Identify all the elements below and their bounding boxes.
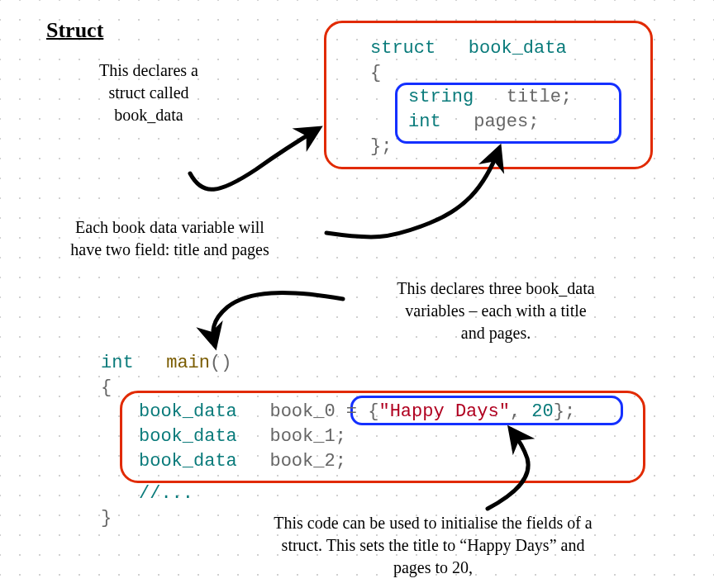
book1-line: book_data book_1; [101,424,575,449]
anno3-l3: and pages. [347,322,645,344]
annotation-initialise: This code can be used to initialise the … [185,512,681,579]
comment-ellipsis: //... [101,481,575,506]
struct-code: struct book_data { string title; int pag… [370,36,572,159]
anno3-l1: This declares three book_data [347,277,645,300]
struct-close-brace: }; [370,135,572,159]
anno4-l1: This code can be used to initialise the … [185,512,681,534]
anno4-l2: struct. This sets the title to “Happy Da… [185,534,681,557]
anno2-l2: have two field: title and pages [23,239,317,261]
kw-int: int [408,111,441,132]
fn-main: main [166,353,210,373]
anno2-l1: Each book data variable will [23,216,317,239]
main-open-brace: { [101,376,575,401]
book0-line: book_data book_0 = {"Happy Days", 20}; [101,400,575,424]
spacer [101,473,575,481]
struct-field-pages: int pages; [370,110,572,135]
struct-name: book_data [469,38,567,59]
anno1-l3: book_data [58,104,240,126]
book0-decl-open: book_0 = { [269,401,378,422]
annotation-declares-struct: This declares a struct called book_data [58,59,240,126]
struct-field-title: string title; [370,85,572,110]
kw-struct: struct [370,38,436,59]
anno1-l2: struct called [58,82,240,104]
anno4-l3: pages to 20, [185,557,681,579]
diagram-title: Struct [46,18,103,43]
book2-name: book_2; [269,451,345,472]
main-sig: int main() [101,351,575,376]
annotation-two-fields: Each book data variable will have two fi… [23,216,317,261]
kw-int-main: int [101,353,134,373]
book0-comma: , [510,401,531,422]
struct-line-1: struct book_data [370,36,572,61]
book1-name: book_1; [269,426,345,447]
book0-title-str: "Happy Days" [378,401,509,422]
book0-pages-num: 20 [531,401,553,422]
struct-open-brace: { [370,61,572,86]
field-pages-name: pages; [474,111,539,132]
book2-line: book_data book_2; [101,449,575,474]
anno1-l1: This declares a [58,59,240,82]
kw-string: string [408,87,474,107]
main-code: int main() { book_data book_0 = {"Happy … [101,351,575,531]
anno3-l2: variables – each with a title [347,300,645,322]
annotation-three-vars: This declares three book_data variables … [347,277,645,344]
book2-type: book_data [139,451,237,472]
book1-type: book_data [139,426,237,447]
book0-type: book_data [139,401,237,422]
field-title-name: title; [507,87,572,107]
main-parens: () [210,353,231,373]
book0-close: }; [554,401,575,422]
